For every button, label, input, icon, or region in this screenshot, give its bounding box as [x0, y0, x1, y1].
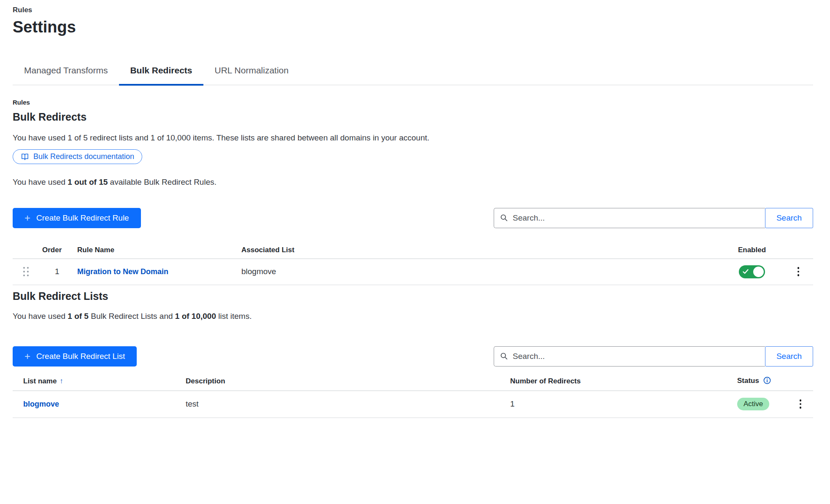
usage-prefix: You have used — [13, 178, 68, 186]
lists-search-box — [494, 346, 765, 367]
lists-usage-mid: Bulk Redirect Lists and — [89, 312, 175, 321]
bulk-redirects-heading: Bulk Redirects — [13, 111, 813, 123]
status-column-header: Status — [737, 377, 788, 386]
breadcrumb: Rules — [13, 6, 813, 14]
lists-usage-line: You have used 1 of 5 Bulk Redirect Lists… — [13, 312, 813, 321]
doc-button-label: Bulk Redirects documentation — [33, 152, 134, 161]
book-icon — [21, 153, 29, 161]
tab-url-normalization[interactable]: URL Normalization — [204, 65, 300, 85]
create-rule-label: Create Bulk Redirect Rule — [36, 213, 129, 223]
list-name-header-label: List name — [23, 377, 57, 385]
rule-order-cell: 1 — [42, 267, 77, 276]
lists-usage-suffix: list items. — [216, 312, 251, 321]
lists-toolbar: + Create Bulk Redirect List Search — [13, 346, 813, 367]
create-bulk-redirect-rule-button[interactable]: + Create Bulk Redirect Rule — [13, 208, 141, 228]
list-description-cell: test — [186, 399, 510, 409]
usage-count: 1 out of 15 — [68, 178, 108, 186]
list-name-link[interactable]: blogmove — [23, 400, 59, 408]
list-actions-menu-icon[interactable] — [796, 398, 805, 410]
drag-handle-icon[interactable] — [23, 267, 29, 276]
list-name-column-header[interactable]: List name↑ — [13, 377, 186, 385]
rules-eyebrow: Rules — [13, 99, 813, 106]
list-status-cell: Active — [737, 398, 788, 410]
tab-bulk-redirects[interactable]: Bulk Redirects — [119, 65, 203, 85]
order-column-header: Order — [42, 246, 77, 254]
list-table-row: blogmove test 1 Active — [13, 391, 813, 418]
rules-toolbar: + Create Bulk Redirect Rule Search — [13, 208, 813, 228]
rules-search-group: Search — [494, 208, 813, 228]
lists-usage-count2: 1 of 10,000 — [175, 312, 216, 321]
plus-icon: + — [24, 351, 30, 361]
rules-table-header: Order Rule Name Associated List Enabled — [13, 246, 813, 259]
rule-table-row: 1 Migration to New Domain blogmove — [13, 259, 813, 285]
sort-ascending-icon: ↑ — [59, 377, 63, 385]
enabled-column-header: Enabled — [720, 246, 784, 254]
rules-search-box — [494, 208, 765, 228]
rule-name-link[interactable]: Migration to New Domain — [77, 267, 168, 276]
bulk-redirects-description: You have used 1 of 5 redirect lists and … — [13, 133, 813, 143]
description-column-header: Description — [186, 377, 510, 385]
lists-usage-count1: 1 of 5 — [68, 312, 89, 321]
lists-search-button[interactable]: Search — [765, 346, 813, 367]
search-icon — [500, 352, 508, 362]
rules-search-input[interactable] — [494, 208, 765, 228]
info-icon[interactable] — [763, 377, 771, 386]
rules-search-button[interactable]: Search — [765, 208, 813, 228]
page-title: Settings — [13, 18, 813, 37]
create-list-label: Create Bulk Redirect List — [36, 352, 125, 361]
rule-enabled-toggle[interactable] — [739, 265, 765, 278]
lists-usage-prefix: You have used — [13, 312, 68, 321]
associated-list-column-header: Associated List — [241, 246, 720, 254]
rule-actions-menu-icon[interactable] — [794, 265, 803, 278]
usage-suffix: available Bulk Redirect Rules. — [108, 178, 216, 186]
search-icon — [500, 214, 508, 224]
status-header-label: Status — [737, 377, 759, 385]
create-bulk-redirect-list-button[interactable]: + Create Bulk Redirect List — [13, 346, 137, 367]
status-badge: Active — [737, 398, 769, 410]
settings-tabs: Managed Transforms Bulk Redirects URL No… — [13, 65, 813, 85]
redirects-column-header: Number of Redirects — [510, 377, 737, 385]
rules-usage-line: You have used 1 out of 15 available Bulk… — [13, 178, 813, 187]
lists-search-input[interactable] — [494, 346, 765, 367]
rule-associated-list-cell: blogmove — [241, 267, 720, 276]
tab-managed-transforms[interactable]: Managed Transforms — [13, 65, 119, 85]
toggle-knob — [753, 267, 764, 277]
check-icon — [743, 269, 749, 274]
list-redirects-cell: 1 — [510, 399, 737, 409]
plus-icon: + — [24, 213, 30, 223]
settings-page: Rules Settings Managed Transforms Bulk R… — [0, 0, 830, 504]
bulk-redirects-documentation-button[interactable]: Bulk Redirects documentation — [13, 149, 142, 164]
lists-table-header: List name↑ Description Number of Redirec… — [13, 377, 813, 391]
rule-name-column-header: Rule Name — [77, 246, 241, 254]
bulk-redirect-lists-heading: Bulk Redirect Lists — [13, 290, 813, 302]
lists-search-group: Search — [494, 346, 813, 367]
